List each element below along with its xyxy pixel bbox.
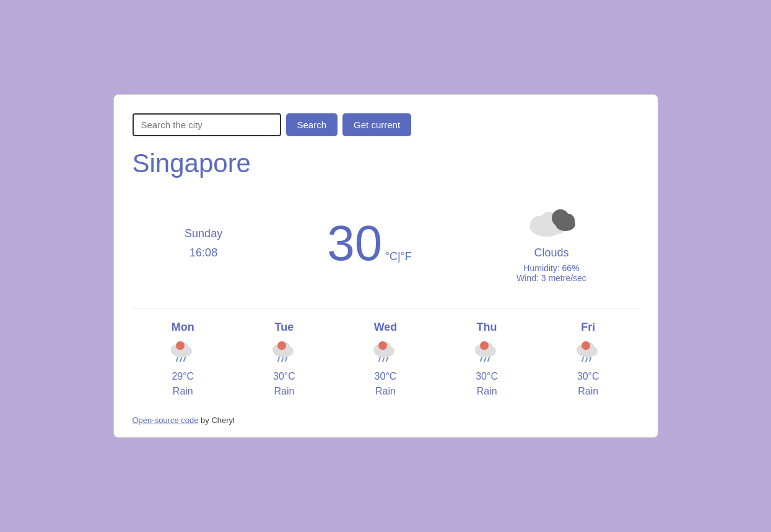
svg-line-46 xyxy=(590,357,591,361)
svg-line-28 xyxy=(379,357,380,361)
forecast-day-label-fri: Fri xyxy=(581,321,595,334)
section-divider xyxy=(133,308,639,308)
svg-line-30 xyxy=(386,357,388,361)
open-source-link[interactable]: Open-source code xyxy=(133,416,199,425)
temperature-display: 30 °C|°F xyxy=(327,219,412,268)
svg-line-45 xyxy=(586,358,587,362)
get-current-button[interactable]: Get current xyxy=(342,113,411,136)
forecast-temp-mon: 29°C xyxy=(172,371,194,382)
svg-line-20 xyxy=(278,357,279,361)
forecast-day-label-thu: Thu xyxy=(477,321,497,334)
svg-line-36 xyxy=(481,357,482,361)
footer: Open-source code by Cheryl xyxy=(133,416,639,425)
day-time: Sunday 16:08 xyxy=(185,224,222,262)
search-button[interactable]: Search xyxy=(286,113,338,136)
forecast-cond-tue: Rain xyxy=(274,386,294,397)
forecast-day-label-mon: Mon xyxy=(172,321,194,334)
temperature-value: 30 xyxy=(327,216,382,271)
forecast-icon-mon xyxy=(168,338,198,367)
svg-line-44 xyxy=(582,357,583,361)
svg-line-22 xyxy=(285,357,287,361)
svg-point-27 xyxy=(378,341,387,350)
forecast-temp-wed: 30°C xyxy=(375,371,397,382)
forecast-day-thu: Thu 30°C Rain xyxy=(472,321,502,397)
forecast-day-wed: Wed 30°C Rain xyxy=(370,321,400,397)
svg-line-21 xyxy=(282,358,283,362)
current-day: Sunday xyxy=(185,224,222,243)
city-name: Singapore xyxy=(133,149,639,178)
search-input[interactable] xyxy=(133,113,281,136)
current-time: 16:08 xyxy=(185,243,222,263)
svg-point-19 xyxy=(277,341,286,350)
forecast-day-fri: Fri 30°C Rain xyxy=(573,321,603,397)
svg-line-29 xyxy=(383,358,384,362)
forecast-day-label-tue: Tue xyxy=(275,321,294,334)
forecast-temp-thu: 30°C xyxy=(476,371,498,382)
svg-point-6 xyxy=(555,217,575,231)
forecast-cond-mon: Rain xyxy=(173,386,193,397)
forecast-cond-thu: Rain xyxy=(477,386,497,397)
forecast-cond-wed: Rain xyxy=(375,386,396,397)
forecast-icon-tue xyxy=(269,338,299,367)
weather-icon-section: Clouds Humidity: 66% Wind: 3 metre/sec xyxy=(516,203,586,283)
weather-icon xyxy=(516,203,586,246)
svg-line-37 xyxy=(484,358,486,362)
svg-line-12 xyxy=(176,357,178,361)
search-row: Search Get current xyxy=(133,113,639,136)
footer-suffix: by Cheryl xyxy=(198,416,235,425)
humidity: Humidity: 66% xyxy=(516,263,586,273)
forecast-cond-fri: Rain xyxy=(578,386,598,397)
forecast-icon-fri xyxy=(573,338,603,367)
weather-description: Clouds xyxy=(516,246,586,259)
forecast-day-tue: Tue 30°C Rain xyxy=(269,321,299,397)
forecast-row: Mon 29°C Rain Tue xyxy=(133,321,639,409)
weather-card: Search Get current Singapore Sunday 16:0… xyxy=(113,94,658,438)
current-weather-section: Sunday 16:08 30 °C|°F xyxy=(133,191,639,302)
forecast-day-mon: Mon 29°C Rain xyxy=(168,321,198,397)
forecast-temp-tue: 30°C xyxy=(273,371,295,382)
svg-point-11 xyxy=(176,341,185,350)
forecast-icon-thu xyxy=(472,338,502,367)
svg-point-43 xyxy=(582,341,590,350)
forecast-temp-fri: 30°C xyxy=(577,371,599,382)
wind: Wind: 3 metre/sec xyxy=(516,273,586,283)
svg-point-35 xyxy=(480,341,489,350)
temperature-units[interactable]: °C|°F xyxy=(385,250,412,263)
svg-line-38 xyxy=(488,357,489,361)
svg-line-13 xyxy=(180,358,181,362)
svg-line-14 xyxy=(184,357,185,361)
forecast-day-label-wed: Wed xyxy=(374,321,398,334)
forecast-icon-wed xyxy=(370,338,400,367)
